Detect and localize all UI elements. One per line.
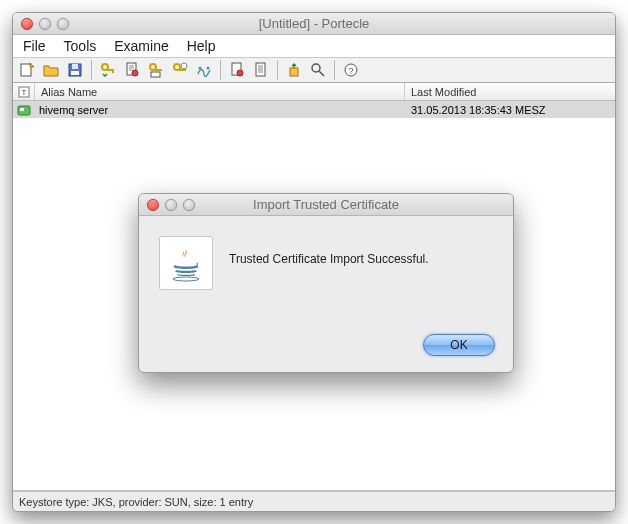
column-alias[interactable]: Alias Name (35, 83, 405, 100)
main-titlebar[interactable]: [Untitled] - Portecle (13, 13, 615, 35)
status-bar: Keystore type: JKS, provider: SUN, size:… (13, 491, 615, 511)
svg-text:?: ? (348, 66, 353, 76)
save-keystore-icon[interactable] (64, 59, 86, 81)
svg-rect-11 (151, 72, 160, 77)
column-type-icon[interactable]: T (13, 83, 35, 100)
svg-point-15 (199, 67, 202, 70)
examine-cert-icon[interactable] (226, 59, 248, 81)
set-password-icon[interactable] (169, 59, 191, 81)
cell-last-modified: 31.05.2013 18:35:43 MESZ (405, 104, 615, 116)
import-trusted-cert-icon[interactable] (121, 59, 143, 81)
svg-rect-3 (71, 71, 79, 75)
table-header: T Alias Name Last Modified (13, 83, 615, 101)
menu-help[interactable]: Help (187, 38, 216, 54)
svg-point-16 (207, 67, 210, 70)
menu-bar: File Tools Examine Help (13, 35, 615, 57)
svg-point-8 (132, 70, 138, 76)
svg-rect-6 (112, 69, 114, 73)
status-text: Keystore type: JKS, provider: SUN, size:… (19, 496, 253, 508)
svg-rect-10 (155, 69, 162, 71)
open-keystore-icon[interactable] (40, 59, 62, 81)
svg-rect-28 (20, 108, 24, 111)
help-icon[interactable]: ? (340, 59, 362, 81)
trusted-cert-icon (13, 103, 35, 117)
import-keypair-icon[interactable] (145, 59, 167, 81)
svg-line-22 (319, 71, 324, 76)
ok-button[interactable]: OK (423, 334, 495, 356)
examine-crl-icon[interactable] (250, 59, 272, 81)
cell-alias: hivemq server (35, 104, 405, 116)
dialog-title: Import Trusted Certificate (139, 197, 513, 212)
donate-icon[interactable] (283, 59, 305, 81)
dialog-message: Trusted Certificate Import Successful. (229, 236, 429, 266)
svg-rect-20 (290, 68, 298, 76)
menu-file[interactable]: File (23, 38, 46, 54)
keystore-report-icon[interactable] (193, 59, 215, 81)
java-icon (159, 236, 213, 290)
window-title: [Untitled] - Portecle (13, 16, 615, 31)
new-keystore-icon[interactable] (16, 59, 38, 81)
dialog-titlebar[interactable]: Import Trusted Certificate (139, 194, 513, 216)
svg-point-18 (237, 70, 243, 76)
search-icon[interactable] (307, 59, 329, 81)
import-result-dialog: Import Trusted Certificate Trusted Certi… (138, 193, 514, 373)
svg-text:T: T (21, 88, 26, 97)
generate-keypair-icon[interactable] (97, 59, 119, 81)
svg-point-21 (312, 64, 320, 72)
toolbar: ? (13, 57, 615, 83)
svg-rect-2 (72, 64, 78, 69)
table-row[interactable]: hivemq server 31.05.2013 18:35:43 MESZ (13, 101, 615, 118)
menu-tools[interactable]: Tools (64, 38, 97, 54)
main-window: [Untitled] - Portecle File Tools Examine… (12, 12, 616, 512)
menu-examine[interactable]: Examine (114, 38, 168, 54)
svg-point-29 (173, 277, 199, 281)
svg-point-14 (181, 63, 187, 69)
column-last-modified[interactable]: Last Modified (405, 83, 615, 100)
